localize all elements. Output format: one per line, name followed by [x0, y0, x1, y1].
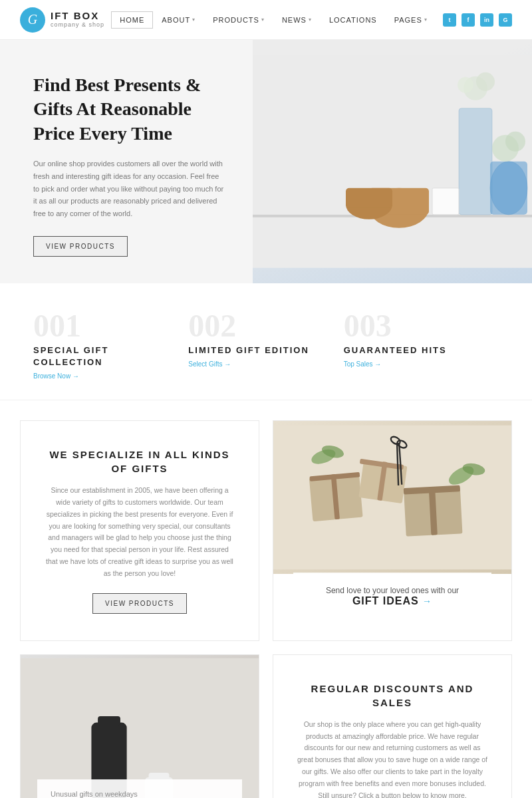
svg-rect-4 — [490, 162, 527, 215]
gift-overlay-subtitle: Send love to your loved ones with our — [309, 586, 475, 595]
gift-overlay-title: GIFT IDEAS → — [309, 595, 475, 607]
linkedin-icon[interactable]: in — [480, 13, 493, 27]
chevron-down-icon: ▾ — [261, 17, 265, 23]
nav-locations[interactable]: LOCATIONS — [321, 11, 386, 29]
gift-ideas-card: Send love to your loved ones with our GI… — [273, 420, 512, 641]
feature-3: 003 GUARANTEED HITS Top Sales → — [344, 310, 499, 380]
feature-link-1[interactable]: Browse Now → — [33, 372, 168, 380]
svg-point-13 — [505, 132, 525, 152]
holiday-image: salvadore — [21, 655, 259, 798]
specialize-desc: Since our establishment in 2005, we have… — [44, 485, 235, 580]
holiday-overlay: Unusual gifts on weekdays ARE ABLE TO BR… — [37, 779, 242, 798]
holiday-sub: Unusual gifts on weekdays — [51, 790, 229, 798]
site-header: G IFT BOX company & shop HOME ABOUT ▾ PR… — [0, 0, 532, 40]
facebook-icon[interactable]: f — [462, 13, 475, 27]
logo-sub-text: company & shop — [51, 22, 104, 29]
svg-point-10 — [476, 72, 495, 91]
nav-news[interactable]: NEWS ▾ — [273, 11, 321, 29]
main-nav: HOME ABOUT ▾ PRODUCTS ▾ NEWS ▾ LOCATIONS… — [111, 11, 436, 29]
feature-title-3: GUARANTEED HITS — [344, 344, 479, 356]
svg-rect-8 — [346, 188, 392, 208]
svg-rect-14 — [432, 188, 459, 215]
twitter-icon[interactable]: t — [443, 13, 456, 27]
nav-pages[interactable]: PAGES ▾ — [386, 11, 436, 29]
feature-number-2: 002 — [188, 310, 323, 342]
hero-section: Find Best Presents & Gifts At Reasonable… — [0, 40, 532, 283]
feature-number-1: 001 — [33, 310, 168, 342]
specialize-title: WE SPECIALIZE IN ALL KINDS OF GIFTS — [44, 448, 235, 475]
svg-rect-33 — [21, 658, 259, 798]
logo[interactable]: G IFT BOX company & shop — [20, 7, 104, 33]
feature-link-3[interactable]: Top Sales → — [344, 360, 479, 368]
svg-rect-39 — [149, 773, 170, 779]
nav-home[interactable]: HOME — [111, 11, 153, 29]
nav-products[interactable]: PRODUCTS ▾ — [204, 11, 273, 29]
svg-point-11 — [458, 77, 473, 93]
logo-text: IFT BOX company & shop — [51, 11, 104, 28]
hero-title: Find Best Presents & Gifts At Reasonable… — [33, 73, 226, 146]
second-row: salvadore Unusual gifts on weekdays ARE … — [0, 648, 532, 798]
feature-title-1: SPECIAL GIFT COLLECTION — [33, 344, 168, 368]
features-section: 001 SPECIAL GIFT COLLECTION Browse Now →… — [0, 283, 532, 400]
google-icon[interactable]: G — [499, 13, 512, 27]
nav-about[interactable]: ABOUT ▾ — [153, 11, 204, 29]
chevron-down-icon: ▾ — [309, 17, 312, 23]
feature-number-3: 003 — [344, 310, 479, 342]
svg-rect-36 — [98, 716, 120, 726]
holiday-card: salvadore Unusual gifts on weekdays ARE … — [20, 654, 259, 798]
specialize-cta-button[interactable]: VIEW PRODUCTS — [92, 593, 187, 614]
hero-cta-button[interactable]: VIEW PRODUCTS — [33, 236, 128, 257]
gifts-image-placeholder — [273, 421, 511, 574]
specialize-card: WE SPECIALIZE IN ALL KINDS OF GIFTS Sinc… — [20, 420, 259, 641]
discounts-title: REGULAR DISCOUNTS AND SALES — [297, 682, 488, 710]
social-links: t f in G — [443, 13, 512, 27]
logo-main-text: IFT BOX — [51, 11, 104, 22]
svg-rect-2 — [459, 108, 492, 215]
content-grid: WE SPECIALIZE IN ALL KINDS OF GIFTS Sinc… — [0, 400, 532, 648]
chevron-down-icon: ▾ — [192, 17, 196, 23]
feature-2: 002 LIMITED GIFT EDITION Select Gifts → — [188, 310, 343, 380]
discounts-card: REGULAR DISCOUNTS AND SALES Our shop is … — [273, 654, 512, 798]
gift-overlay: Send love to your loved ones with our GI… — [293, 573, 491, 620]
feature-1: 001 SPECIAL GIFT COLLECTION Browse Now → — [33, 310, 188, 380]
feature-title-2: LIMITED GIFT EDITION — [188, 344, 323, 356]
specialize-card-text: WE SPECIALIZE IN ALL KINDS OF GIFTS Sinc… — [21, 421, 259, 640]
feature-link-2[interactable]: Select Gifts → — [188, 360, 323, 368]
hero-image-placeholder — [253, 40, 532, 283]
hero-image — [253, 40, 532, 283]
gift-ideas-image — [273, 421, 511, 574]
discounts-desc: Our shop is the only place where you can… — [297, 719, 488, 798]
chevron-down-icon: ▾ — [424, 17, 428, 23]
hero-content: Find Best Presents & Gifts At Reasonable… — [0, 40, 253, 283]
logo-icon: G — [20, 7, 45, 33]
gift-ideas-link[interactable]: → — [422, 596, 432, 606]
hero-description: Our online shop provides customers all o… — [33, 158, 226, 219]
